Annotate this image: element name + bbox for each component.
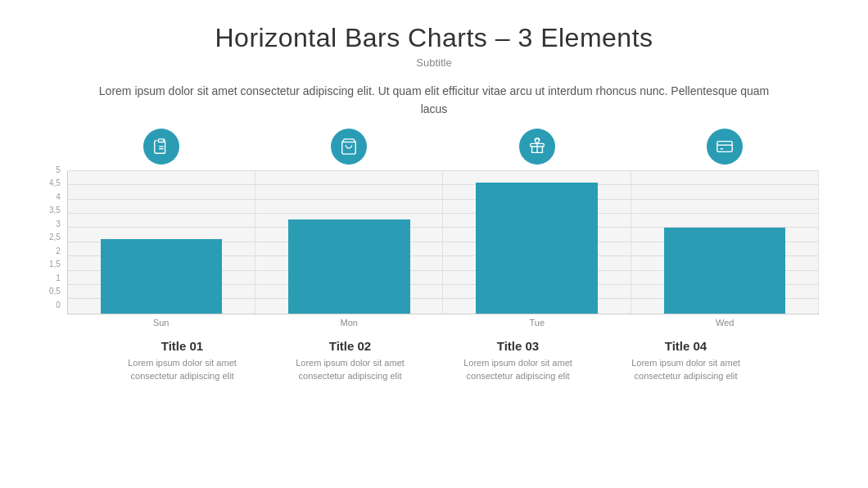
info-section: Title 01 Lorem ipsum dolor sit amet cons…	[49, 339, 819, 383]
info-title-3: Title 03	[442, 339, 594, 353]
y-label-25: 2,5	[49, 233, 61, 242]
info-desc-1: Lorem ipsum dolor sit amet consectetur a…	[106, 356, 258, 383]
info-desc-2: Lorem ipsum dolor sit amet consectetur a…	[274, 356, 426, 383]
bars-area: Sun Mon Tue Wed	[67, 129, 819, 328]
chart-section: 0 0,5 1 1,5 2 2,5 3 3,5 4 4,5 5	[0, 129, 868, 328]
gift-icon	[528, 138, 546, 156]
clipboard-icon	[152, 138, 170, 156]
y-label-05: 0,5	[49, 287, 61, 296]
info-item-2: Title 02 Lorem ipsum dolor sit amet cons…	[266, 339, 434, 383]
bar-column-4	[631, 171, 819, 314]
x-label-tue: Tue	[443, 318, 631, 328]
info-title-1: Title 01	[106, 339, 258, 353]
x-labels-row: Sun Mon Tue Wed	[67, 318, 819, 328]
info-title-4: Title 04	[610, 339, 762, 353]
y-label-35: 3,5	[49, 206, 61, 215]
bar-column-3	[443, 171, 631, 314]
info-item-3: Title 03 Lorem ipsum dolor sit amet cons…	[434, 339, 602, 383]
info-desc-4: Lorem ipsum dolor sit amet consectetur a…	[610, 356, 762, 383]
y-label-0: 0	[49, 301, 61, 310]
y-label-1: 1	[49, 274, 61, 282]
x-label-sun: Sun	[67, 318, 255, 328]
y-label-3: 3	[49, 220, 61, 228]
bar-wed	[664, 228, 785, 313]
shopping-bag-icon	[340, 138, 358, 156]
y-label-2: 2	[49, 247, 61, 255]
card-icon	[716, 138, 734, 156]
bar-tue	[476, 183, 597, 314]
svg-rect-6	[717, 141, 732, 151]
page-subtitle: Subtitle	[215, 56, 653, 69]
y-axis: 0 0,5 1 1,5 2 2,5 3 3,5 4 4,5 5	[49, 166, 61, 310]
page-description: Lorem ipsum dolor sit amet consectetur a…	[98, 82, 770, 119]
bar-column-2	[255, 171, 443, 314]
y-label-4: 4	[49, 193, 61, 201]
y-label-15: 1,5	[49, 260, 61, 269]
y-label-5: 5	[49, 166, 61, 174]
icon-gift	[519, 129, 555, 165]
bar-column-1	[68, 171, 255, 314]
page-title: Horizontal Bars Charts – 3 Elements	[215, 23, 653, 53]
icon-shopping-bag	[331, 129, 367, 165]
chart-container: 0 0,5 1 1,5 2 2,5 3 3,5 4 4,5 5	[49, 129, 819, 328]
info-title-2: Title 02	[274, 339, 426, 353]
bar-mon	[288, 219, 409, 314]
x-label-wed: Wed	[631, 318, 820, 328]
icon-clipboard	[143, 129, 179, 165]
page-header: Horizontal Bars Charts – 3 Elements Subt…	[215, 23, 653, 69]
icons-row	[67, 129, 819, 165]
icon-card	[707, 129, 743, 165]
info-desc-3: Lorem ipsum dolor sit amet consectetur a…	[442, 356, 594, 383]
info-item-1: Title 01 Lorem ipsum dolor sit amet cons…	[98, 339, 266, 383]
info-item-4: Title 04 Lorem ipsum dolor sit amet cons…	[602, 339, 770, 383]
x-label-mon: Mon	[255, 318, 443, 328]
y-label-45: 4,5	[49, 179, 61, 188]
bar-sun	[101, 239, 222, 313]
chart-grid	[67, 171, 819, 314]
